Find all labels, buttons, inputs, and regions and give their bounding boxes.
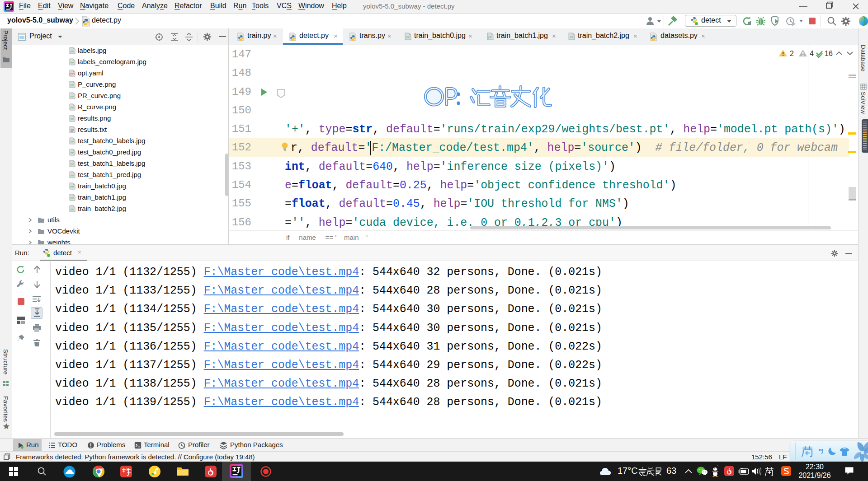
svg-text:16: 16 bbox=[825, 50, 833, 57]
svg-text:2: 2 bbox=[790, 50, 794, 57]
svg-text:4: 4 bbox=[810, 50, 814, 57]
